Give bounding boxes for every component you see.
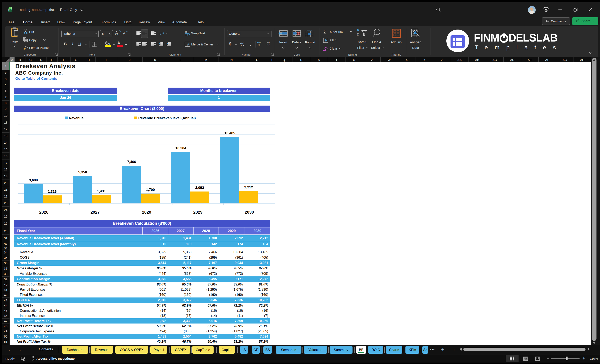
svg-text:.00: .00 bbox=[257, 44, 260, 46]
svg-text:.00: .00 bbox=[267, 42, 270, 44]
svg-text:Z: Z bbox=[357, 33, 359, 37]
svg-text:ab: ab bbox=[159, 32, 163, 36]
svg-text:.0: .0 bbox=[259, 42, 261, 44]
svg-text:ab: ab bbox=[185, 31, 187, 33]
svg-text:.0: .0 bbox=[268, 44, 270, 46]
svg-text:A: A bbox=[357, 28, 359, 32]
svg-text:x: x bbox=[8, 9, 10, 12]
